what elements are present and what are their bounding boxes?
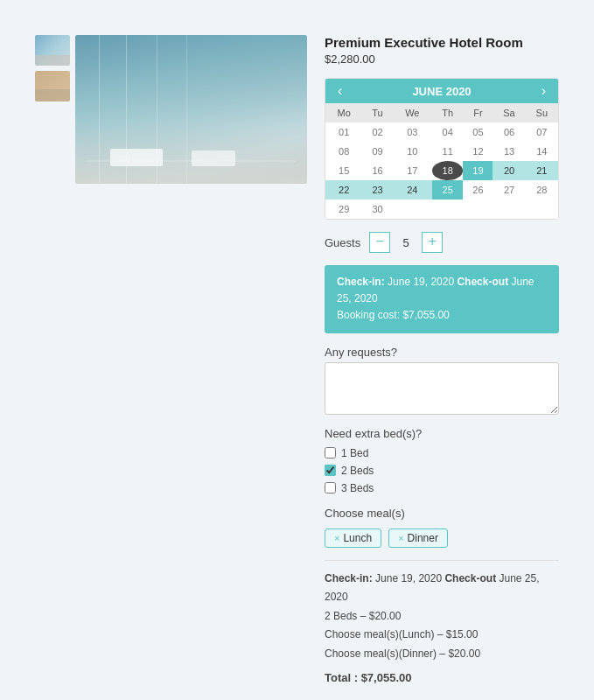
calendar-day-cell[interactable]: 09 <box>362 142 392 161</box>
details-checkin-date: June 19, 2020 <box>375 572 442 584</box>
images-row <box>35 35 307 184</box>
calendar-day-cell[interactable]: 05 <box>463 122 493 142</box>
bed-option-2[interactable]: 2 Beds <box>325 465 559 477</box>
calendar-week-row: 08091011121314 <box>325 142 558 161</box>
image-panel <box>35 35 307 184</box>
thumbnail-1[interactable] <box>35 35 70 66</box>
calendar-day-cell[interactable]: 22 <box>325 180 362 200</box>
calendar-day-cell[interactable]: 29 <box>325 200 362 219</box>
details-total: Total : $7,055.00 <box>325 668 559 688</box>
details-checkout-label: Check-out <box>444 572 496 584</box>
bed-1-label: 1 Bed <box>341 447 368 459</box>
calendar-day-cell[interactable]: 03 <box>393 122 432 142</box>
calendar-day-cell[interactable]: 21 <box>526 161 558 180</box>
calendar-day-cell[interactable]: 30 <box>362 200 392 219</box>
cost-value: $7,055.00 <box>402 309 449 321</box>
calendar-day-cell[interactable]: 24 <box>393 180 432 200</box>
cost-label: Booking cost: <box>337 309 400 321</box>
calendar-day-cell[interactable]: 04 <box>432 122 464 142</box>
calendar-day-cell[interactable]: 16 <box>362 161 392 180</box>
meal-dinner-label: Dinner <box>408 532 438 544</box>
calendar-day-cell[interactable]: 27 <box>493 180 525 200</box>
bed-3-label: 3 Beds <box>341 482 374 494</box>
weekday-mo: Mo <box>325 103 362 122</box>
details-summary: Check-in: June 19, 2020 Check-out June 2… <box>325 560 559 688</box>
calendar-day-cell[interactable]: 08 <box>325 142 362 161</box>
details-dates: Check-in: June 19, 2020 Check-out June 2… <box>325 570 559 607</box>
calendar-day-cell[interactable]: 10 <box>393 142 432 161</box>
details-line3: Choose meal(s)(Dinner) – $20.00 <box>325 645 559 664</box>
booking-summary-box: Check-in: June 19, 2020 Check-out June 2… <box>325 265 559 333</box>
calendar-header: ‹ JUNE 2020 › <box>325 79 558 103</box>
calendar-day-cell <box>393 200 432 219</box>
bed-option-3[interactable]: 3 Beds <box>325 482 559 494</box>
calendar-day-cell[interactable]: 17 <box>393 161 432 180</box>
calendar-day-cell[interactable]: 02 <box>362 122 392 142</box>
weekday-sa: Sa <box>493 103 525 122</box>
bed-2-checkbox[interactable] <box>325 465 336 476</box>
booking-dates-line: Check-in: June 19, 2020 Check-out June 2… <box>337 274 547 307</box>
thumbnail-list <box>35 35 70 102</box>
extra-beds-label: Need extra bed(s)? <box>325 427 559 440</box>
calendar-week-row: 22232425262728 <box>325 180 558 200</box>
calendar-day-cell[interactable]: 12 <box>463 142 493 161</box>
calendar-prev-button[interactable]: ‹ <box>334 84 346 98</box>
calendar-weekdays-row: Mo Tu We Th Fr Sa Su <box>325 103 558 122</box>
guests-minus-button[interactable]: − <box>369 232 390 253</box>
guests-value: 5 <box>399 236 413 249</box>
details-line1: 2 Beds – $20.00 <box>325 607 559 626</box>
extra-beds-section: Need extra bed(s)? 1 Bed 2 Beds 3 Beds <box>325 427 559 494</box>
details-line2: Choose meal(s)(Lunch) – $15.00 <box>325 626 559 645</box>
calendar-month-year: JUNE 2020 <box>412 85 471 98</box>
room-info: Premium Executive Hotel Room $2,280.00 <box>325 35 559 66</box>
calendar-day-cell[interactable]: 18 <box>432 161 464 180</box>
thumbnail-2[interactable] <box>35 71 70 102</box>
meal-tag-lunch[interactable]: × Lunch <box>325 528 381 548</box>
calendar-day-cell[interactable]: 07 <box>526 122 558 142</box>
calendar-container: ‹ JUNE 2020 › Mo Tu We Th Fr Sa Su <box>325 78 559 220</box>
bed-1-checkbox[interactable] <box>325 447 336 458</box>
calendar-week-row: 15161718192021 <box>325 161 558 180</box>
calendar-day-cell[interactable]: 20 <box>493 161 525 180</box>
calendar-day-cell[interactable]: 28 <box>526 180 558 200</box>
weekday-su: Su <box>526 103 558 122</box>
guests-row: Guests − 5 + <box>325 232 559 253</box>
calendar-day-cell <box>493 200 525 219</box>
checkin-date: June 19, 2020 <box>388 276 454 288</box>
requests-textarea[interactable] <box>325 362 559 415</box>
calendar-day-cell[interactable]: 11 <box>432 142 464 161</box>
calendar-day-cell[interactable]: 26 <box>463 180 493 200</box>
calendar-day-cell <box>463 200 493 219</box>
calendar-day-cell[interactable]: 15 <box>325 161 362 180</box>
calendar-week-row: 01020304050607 <box>325 122 558 142</box>
weekday-tu: Tu <box>362 103 392 122</box>
requests-label: Any requests? <box>325 346 559 359</box>
meal-tag-dinner[interactable]: × Dinner <box>388 528 448 548</box>
calendar-day-cell[interactable]: 06 <box>493 122 525 142</box>
bed-2-label: 2 Beds <box>341 465 374 477</box>
room-title: Premium Executive Hotel Room <box>325 35 559 50</box>
calendar-day-cell <box>526 200 558 219</box>
weekday-fr: Fr <box>463 103 493 122</box>
content-area: Premium Executive Hotel Room $2,280.00 ‹… <box>35 35 559 700</box>
calendar-grid: Mo Tu We Th Fr Sa Su 0102030405060708091… <box>325 103 558 219</box>
guests-plus-button[interactable]: + <box>422 232 443 253</box>
room-price: $2,280.00 <box>325 52 559 66</box>
booking-cost-line: Booking cost: $7,055.00 <box>337 307 547 324</box>
calendar-day-cell[interactable]: 19 <box>463 161 493 180</box>
calendar-day-cell[interactable]: 25 <box>432 180 464 200</box>
calendar-day-cell[interactable]: 01 <box>325 122 362 142</box>
remove-lunch-icon[interactable]: × <box>334 533 339 543</box>
guests-label: Guests <box>325 236 360 249</box>
bed-3-checkbox[interactable] <box>325 482 336 494</box>
main-image[interactable] <box>75 35 307 184</box>
calendar-week-row: 2930 <box>325 200 558 219</box>
calendar-day-cell[interactable]: 13 <box>493 142 525 161</box>
calendar-day-cell[interactable]: 23 <box>362 180 392 200</box>
bed-option-1[interactable]: 1 Bed <box>325 447 559 459</box>
meals-section: Choose meal(s) × Lunch × Dinner <box>325 507 559 548</box>
calendar-next-button[interactable]: › <box>538 84 549 98</box>
remove-dinner-icon[interactable]: × <box>398 533 403 543</box>
weekday-we: We <box>393 103 432 122</box>
calendar-day-cell[interactable]: 14 <box>526 142 558 161</box>
